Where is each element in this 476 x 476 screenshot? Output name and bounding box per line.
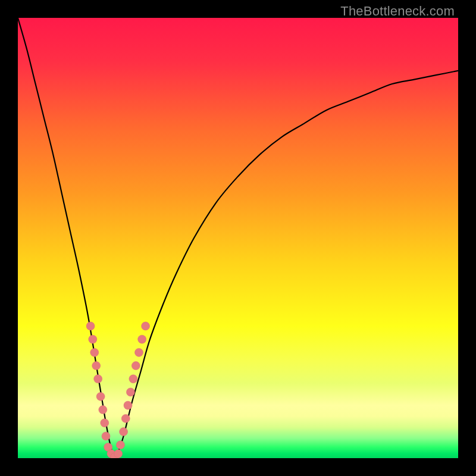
marker-dot <box>131 362 140 370</box>
marker-dot <box>129 375 137 383</box>
marker-dot <box>142 322 150 330</box>
marker-dot <box>114 450 123 458</box>
marker-dot <box>120 428 128 436</box>
marker-dot <box>90 348 99 356</box>
bottleneck-curve <box>18 18 458 458</box>
marker-dot <box>89 335 97 343</box>
marker-dot <box>124 401 132 409</box>
marker-dot <box>92 362 101 370</box>
marker-dot <box>99 406 107 414</box>
marker-dot <box>138 335 146 343</box>
marker-dot <box>102 432 110 440</box>
marker-dot <box>135 348 143 356</box>
marker-dot <box>94 375 102 383</box>
marker-dot <box>86 322 95 330</box>
marker-dot <box>116 441 124 449</box>
marker-dot <box>96 392 105 400</box>
highlighted-points <box>86 322 150 458</box>
marker-dot <box>121 414 130 422</box>
marker-dot <box>126 388 134 396</box>
chart-svg <box>18 18 458 458</box>
plot-area <box>18 18 458 458</box>
outer-frame: TheBottleneck.com <box>0 0 476 476</box>
watermark-text: TheBottleneck.com <box>340 4 455 19</box>
marker-dot <box>101 419 109 427</box>
